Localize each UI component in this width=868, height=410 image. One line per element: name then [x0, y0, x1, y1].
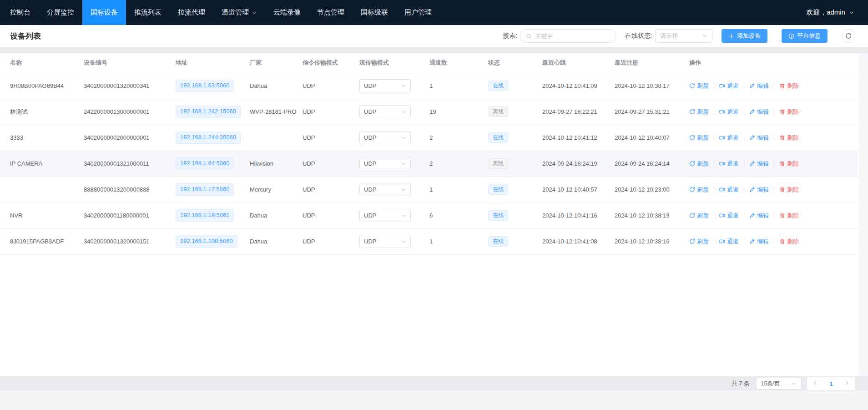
cell-manufacturer [250, 125, 303, 151]
action-label: 删除 [787, 212, 799, 220]
next-page-button[interactable] [844, 380, 850, 387]
edit-action-link[interactable]: 编辑 [749, 108, 769, 116]
device-list-page: 控制台分屏监控国标设备推流列表拉流代理通道管理云端录像节点管理国标级联用户管理 … [0, 0, 868, 410]
action-divider [714, 135, 714, 141]
action-label: 刷新 [697, 134, 709, 142]
stream-mode-value: UDP [364, 186, 376, 193]
prev-page-button[interactable] [812, 380, 818, 387]
action-label: 删除 [787, 108, 799, 116]
cell-status: 离线 [488, 99, 542, 125]
nav-item-1[interactable]: 控制台 [2, 0, 39, 25]
refresh-action-link[interactable]: 刷新 [689, 212, 709, 220]
cell-signal-mode: UDP [303, 125, 359, 151]
chevron-down-icon [849, 10, 854, 15]
refresh-action-link[interactable]: 刷新 [689, 186, 709, 194]
nav-item-4[interactable]: 推流列表 [126, 0, 170, 25]
delete-action-link[interactable]: 删除 [779, 134, 799, 142]
refresh-icon [845, 33, 852, 39]
nav-item-label: 云端录像 [273, 8, 301, 17]
column-header-4: 厂家 [250, 53, 303, 73]
cell-actions: 刷新通道编辑删除 [689, 177, 858, 202]
delete-action-link[interactable]: 删除 [779, 160, 799, 168]
nav-item-8[interactable]: 节点管理 [309, 0, 353, 25]
edit-action-link[interactable]: 编辑 [749, 160, 769, 168]
edit-action-link[interactable]: 编辑 [749, 82, 769, 90]
delete-icon [779, 187, 785, 192]
nav-item-2[interactable]: 分屏监控 [39, 0, 82, 25]
stream-mode-value: UDP [364, 134, 376, 141]
edit-action-link[interactable]: 编辑 [749, 212, 769, 220]
nav-item-3[interactable]: 国标设备 [82, 0, 126, 25]
delete-action-link[interactable]: 删除 [779, 108, 799, 116]
online-status-select[interactable]: 请选择 [655, 29, 712, 43]
add-device-button[interactable]: 添加设备 [722, 29, 767, 43]
table-row: 88880000013200000888 192.168.1.17:5060 M… [0, 177, 858, 202]
cell-channel-count: 2 [429, 151, 488, 177]
nav-item-5[interactable]: 拉流代理 [170, 0, 213, 25]
refresh-action-link[interactable]: 刷新 [689, 160, 709, 168]
stream-mode-select[interactable]: UDP [359, 105, 411, 118]
scrollbar-track[interactable] [859, 53, 868, 376]
delete-action-link[interactable]: 删除 [779, 238, 799, 246]
refresh-list-button[interactable] [842, 29, 855, 43]
row-actions: 刷新通道编辑删除 [689, 82, 858, 90]
cell-address: 192.168.1.63:5060 [176, 73, 250, 99]
nav-item-9[interactable]: 国标级联 [353, 0, 396, 25]
action-divider [774, 213, 774, 218]
channel-action-link[interactable]: 通道 [719, 160, 739, 168]
delete-action-link[interactable]: 删除 [779, 212, 799, 220]
channel-action-link[interactable]: 通道 [719, 212, 739, 220]
cell-actions: 刷新通道编辑删除 [689, 202, 858, 228]
cell-actions: 刷新通道编辑删除 [689, 125, 858, 151]
nav-item-label: 推流列表 [134, 8, 161, 17]
delete-icon [779, 83, 785, 89]
page-size-select[interactable]: 15条/页 [756, 378, 802, 390]
refresh-action-link[interactable]: 刷新 [689, 108, 709, 116]
cell-actions: 刷新通道编辑删除 [689, 151, 858, 177]
action-divider [774, 135, 774, 141]
chevron-right-icon [844, 380, 850, 387]
refresh-action-link[interactable]: 刷新 [689, 238, 709, 246]
action-label: 删除 [787, 82, 799, 90]
refresh-action-link[interactable]: 刷新 [689, 134, 709, 142]
edit-action-link[interactable]: 编辑 [749, 134, 769, 142]
search-input[interactable] [535, 33, 610, 40]
column-header-11: 操作 [689, 53, 858, 73]
device-table: 名称设备编号地址厂家信令传输模式流传输模式通道数状态最近心跳最近注册操作 9H0… [0, 53, 858, 255]
channel-icon [719, 135, 725, 141]
stream-mode-select[interactable]: UDP [359, 209, 411, 222]
channel-action-link[interactable]: 通道 [719, 134, 739, 142]
channel-action-link[interactable]: 通道 [719, 238, 739, 246]
current-page[interactable]: 1 [829, 380, 833, 387]
refresh-action-link[interactable]: 刷新 [689, 82, 709, 90]
action-label: 编辑 [757, 134, 769, 142]
cell-device-id: 34020000002000000001 [84, 125, 176, 151]
channel-action-link[interactable]: 通道 [719, 108, 739, 116]
stream-mode-select[interactable]: UDP [359, 183, 411, 196]
platform-info-button[interactable]: 平台信息 [782, 29, 828, 43]
user-menu[interactable]: 欢迎，admin [806, 0, 854, 25]
refresh-icon [689, 213, 695, 218]
edit-action-link[interactable]: 编辑 [749, 186, 769, 194]
nav-item-7[interactable]: 云端录像 [265, 0, 309, 25]
cell-signal-mode: UDP [303, 177, 359, 202]
nav-item-10[interactable]: 用户管理 [396, 0, 440, 25]
action-label: 删除 [787, 134, 799, 142]
status-badge: 在线 [488, 210, 508, 221]
nav-item-6[interactable]: 通道管理 [213, 0, 265, 25]
divider-band [0, 47, 868, 53]
channel-action-link[interactable]: 通道 [719, 186, 739, 194]
stream-mode-select[interactable]: UDP [359, 79, 411, 92]
channel-action-link[interactable]: 通道 [719, 82, 739, 90]
chevron-left-icon [812, 380, 818, 387]
device-address-tag: 192.168.1.108:5060 [176, 235, 237, 248]
column-header-3: 地址 [176, 53, 250, 73]
stream-mode-select[interactable]: UDP [359, 235, 411, 248]
delete-action-link[interactable]: 删除 [779, 82, 799, 90]
delete-action-link[interactable]: 删除 [779, 186, 799, 194]
stream-mode-select[interactable]: UDP [359, 157, 411, 170]
stream-mode-select[interactable]: UDP [359, 131, 411, 144]
cell-last-heartbeat: 2024-10-12 10:41:12 [542, 125, 615, 151]
edit-action-link[interactable]: 编辑 [749, 238, 769, 246]
cell-status: 在线 [488, 177, 542, 202]
